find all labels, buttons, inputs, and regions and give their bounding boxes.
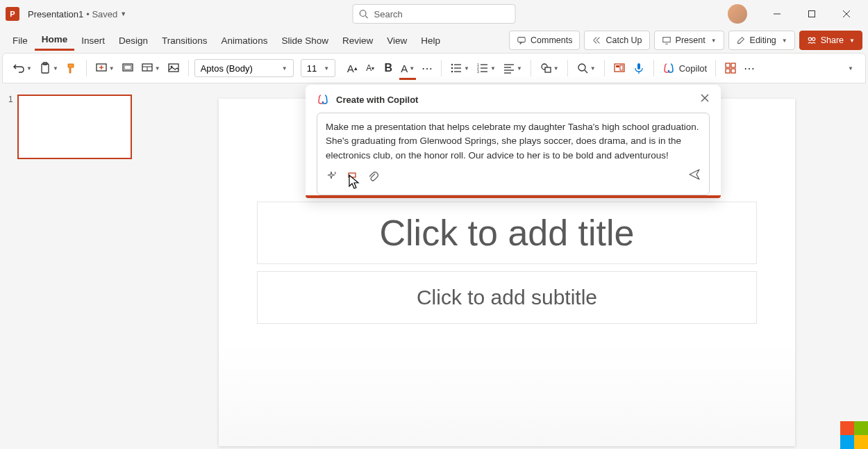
svg-line-42 bbox=[585, 70, 587, 73]
tab-design[interactable]: Design bbox=[112, 31, 155, 50]
tab-review[interactable]: Review bbox=[335, 31, 380, 50]
sparkle-icon[interactable] bbox=[326, 170, 337, 181]
subtitle-placeholder-box[interactable]: Click to add subtitle bbox=[257, 271, 757, 324]
copilot-icon bbox=[317, 93, 329, 106]
copilot-prompt-input[interactable]: Make me a presentation that helps celebr… bbox=[317, 113, 710, 195]
numbering-button[interactable]: 123▼ bbox=[474, 58, 499, 79]
chevron-down-icon: ▼ bbox=[782, 38, 787, 44]
search-input[interactable]: Search bbox=[353, 4, 516, 24]
titlebar: P Presentation1 • Saved ▼ Search bbox=[0, 0, 868, 28]
tab-transitions[interactable]: Transitions bbox=[155, 31, 215, 50]
copilot-prompt-text: Make me a presentation that helps celebr… bbox=[326, 120, 701, 163]
align-button[interactable]: ▼ bbox=[500, 58, 525, 79]
font-color-button[interactable]: A▼ bbox=[398, 58, 417, 79]
editing-button[interactable]: Editing ▼ bbox=[728, 31, 795, 50]
svg-point-23 bbox=[451, 64, 453, 65]
user-avatar[interactable] bbox=[728, 4, 747, 24]
ribbon: ▼ ▼ ▼ ▼ Aptos (Body)▼ 11▼ A▴ A▾ B A▼ ⋯ ▼… bbox=[2, 53, 866, 83]
font-name-select[interactable]: Aptos (Body)▼ bbox=[194, 59, 294, 77]
more-font-button[interactable]: ⋯ bbox=[419, 58, 435, 79]
svg-point-41 bbox=[578, 64, 585, 71]
slide-panel: 1 bbox=[0, 83, 146, 449]
increase-font-button[interactable]: A▴ bbox=[344, 58, 360, 79]
send-button[interactable] bbox=[688, 168, 701, 183]
reuse-slides-button[interactable] bbox=[119, 58, 137, 79]
svg-rect-40 bbox=[545, 67, 551, 72]
layout-button[interactable]: ▼ bbox=[138, 58, 163, 79]
present-button[interactable]: Present ▼ bbox=[654, 31, 724, 50]
search-placeholder: Search bbox=[374, 9, 403, 19]
svg-rect-47 bbox=[726, 63, 730, 67]
svg-rect-11 bbox=[42, 64, 49, 73]
caret-down-icon[interactable]: ▼ bbox=[120, 10, 126, 17]
shapes-button[interactable]: ▼ bbox=[537, 58, 562, 79]
dictate-button[interactable] bbox=[630, 58, 648, 79]
copilot-panel-title: Create with Copilot bbox=[336, 95, 418, 105]
comments-button[interactable]: Comments bbox=[509, 31, 580, 50]
font-name-value: Aptos (Body) bbox=[201, 63, 253, 74]
tab-animations[interactable]: Animations bbox=[215, 31, 275, 50]
copilot-panel: Create with Copilot Make me a presentati… bbox=[306, 85, 721, 198]
copilot-accent-bar bbox=[306, 195, 721, 198]
svg-point-25 bbox=[451, 67, 453, 69]
svg-point-9 bbox=[808, 38, 811, 40]
format-painter-button[interactable] bbox=[62, 58, 81, 79]
svg-rect-7 bbox=[662, 38, 670, 42]
chevron-down-icon: ▼ bbox=[849, 38, 855, 44]
undo-button[interactable]: ▼ bbox=[10, 58, 35, 79]
attachment-icon[interactable] bbox=[367, 170, 378, 181]
tab-insert[interactable]: Insert bbox=[74, 31, 112, 50]
catch-up-button[interactable]: Catch Up bbox=[584, 31, 649, 50]
collapse-ribbon-button[interactable]: ▼ bbox=[842, 58, 858, 79]
window-maximize-button[interactable] bbox=[796, 3, 828, 25]
share-button[interactable]: Share ▼ bbox=[799, 31, 862, 50]
title-placeholder-text: Click to add title bbox=[379, 212, 634, 254]
copilot-button[interactable]: Copilot bbox=[660, 58, 710, 79]
designer-button[interactable] bbox=[610, 58, 628, 79]
present-icon bbox=[662, 35, 671, 45]
copilot-label: Copilot bbox=[679, 63, 707, 74]
picture-button[interactable] bbox=[165, 58, 183, 79]
editing-label: Editing bbox=[750, 35, 776, 45]
app-icon: P bbox=[6, 7, 19, 21]
svg-rect-46 bbox=[637, 63, 640, 70]
svg-rect-17 bbox=[124, 65, 131, 70]
find-button[interactable]: ▼ bbox=[574, 58, 599, 79]
grid-button[interactable] bbox=[721, 58, 740, 79]
tab-home[interactable]: Home bbox=[35, 30, 75, 51]
slide-number: 1 bbox=[8, 95, 13, 159]
bold-button[interactable]: B bbox=[380, 58, 397, 79]
comments-label: Comments bbox=[531, 35, 572, 45]
subtitle-placeholder-text: Click to add subtitle bbox=[417, 286, 597, 309]
slide-thumbnail[interactable] bbox=[17, 95, 132, 159]
paste-button[interactable]: ▼ bbox=[36, 58, 61, 79]
share-icon bbox=[807, 35, 817, 45]
svg-line-1 bbox=[365, 16, 368, 19]
saved-status: • Saved bbox=[86, 9, 117, 19]
search-icon bbox=[359, 9, 369, 19]
copilot-icon bbox=[662, 62, 675, 74]
bullets-button[interactable]: ▼ bbox=[447, 58, 472, 79]
window-close-button[interactable] bbox=[831, 3, 862, 25]
document-title[interactable]: Presentation1 bbox=[28, 9, 83, 19]
title-placeholder-box[interactable]: Click to add title bbox=[257, 202, 757, 264]
close-icon[interactable] bbox=[700, 93, 710, 106]
more-commands-button[interactable]: ⋯ bbox=[741, 58, 758, 79]
new-slide-button[interactable]: ▼ bbox=[92, 58, 117, 79]
decrease-font-button[interactable]: A▾ bbox=[362, 58, 378, 79]
svg-point-10 bbox=[812, 38, 815, 40]
svg-rect-6 bbox=[518, 38, 526, 42]
tab-slide-show[interactable]: Slide Show bbox=[274, 31, 335, 50]
window-minimize-button[interactable] bbox=[761, 3, 793, 25]
catch-up-label: Catch Up bbox=[606, 35, 642, 45]
catch-up-icon bbox=[592, 35, 601, 45]
tab-view[interactable]: View bbox=[380, 31, 414, 50]
svg-rect-45 bbox=[620, 65, 623, 70]
tab-help[interactable]: Help bbox=[414, 31, 447, 50]
present-label: Present bbox=[676, 35, 706, 45]
chevron-down-icon: ▼ bbox=[711, 38, 717, 44]
tab-file[interactable]: File bbox=[6, 31, 35, 50]
microsoft-logo bbox=[840, 421, 868, 449]
slide-thumbnail-wrap[interactable]: 1 bbox=[8, 95, 137, 159]
font-size-select[interactable]: 11▼ bbox=[301, 59, 335, 77]
